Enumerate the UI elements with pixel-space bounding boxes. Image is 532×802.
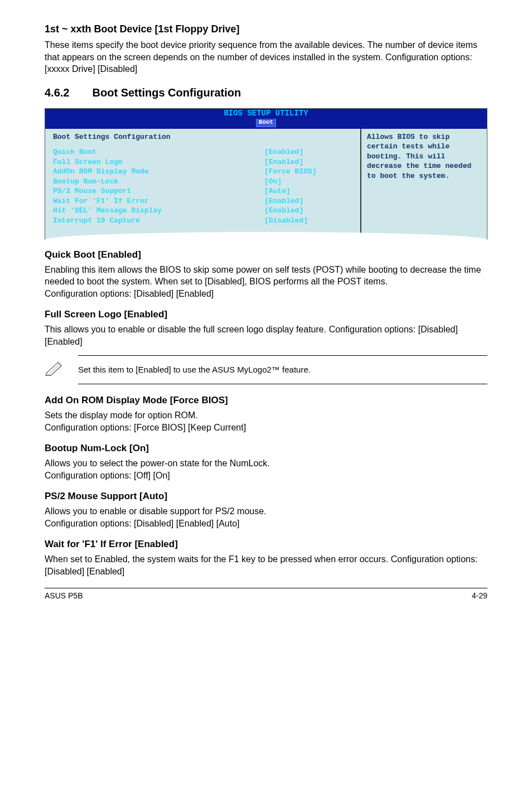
heading-ps2: PS/2 Mouse Support [Auto] [45,490,487,503]
paragraph: Configuration options: [Force BIOS] [Kee… [45,422,487,434]
pencil-icon [45,360,78,379]
bios-row-value: [Force BIOS] [264,167,354,177]
bios-row: Quick Boot[Enabled] [53,147,354,157]
paragraph: When set to Enabled, the system waits fo… [45,553,487,577]
bios-row-value: [Enabled] [264,196,354,206]
bios-row-value: [On] [264,177,354,187]
heading-quick-boot: Quick Boot [Enabled] [45,249,487,262]
bios-row-label: PS/2 Mouse Support [53,186,264,196]
bios-row-label: Hit 'DEL' Message Display [53,206,264,216]
footer-left: ASUS P5B [45,591,83,601]
bios-row-value: [Disabled] [264,216,354,226]
bios-row-value: [Enabled] [264,157,354,167]
bios-row: Hit 'DEL' Message Display[Enabled] [53,206,354,216]
bios-row-label: Full Screen Logo [53,157,264,167]
section-title: Boot Settings Configuration [93,86,241,99]
paragraph: Configuration options: [Disabled] [Enabl… [45,288,487,300]
footer-right: 4-29 [472,591,487,601]
bios-row-label: Wait For 'F1' If Error [53,196,264,206]
bios-screenshot: BIOS SETUP UTILITY Boot Boot Settings Co… [45,108,487,240]
paragraph: Allows you to enable or disable support … [45,505,487,518]
paragraph-boot-device: These items specify the boot device prio… [45,39,487,75]
bios-panel-title: Boot Settings Configuration [53,132,354,142]
bios-row: AddOn ROM Display Mode[Force BIOS] [53,167,354,177]
bios-header-title: BIOS SETUP UTILITY [45,109,487,118]
heading-boot-device: 1st ~ xxth Boot Device [1st Floppy Drive… [45,22,487,36]
bios-row: Wait For 'F1' If Error[Enabled] [53,196,354,206]
bios-row-label: Bootup Num-Lock [53,177,264,187]
bios-row-label: Interrupt 19 Capture [53,216,264,226]
bios-row-label: Quick Boot [53,147,264,157]
note-text: Set this item to [Enabled] to use the AS… [78,364,487,375]
paragraph: Enabling this item allows the BIOS to sk… [45,264,487,288]
bios-row: Full Screen Logo[Enabled] [53,157,354,167]
paragraph: Allows you to select the power-on state … [45,457,487,470]
bios-row: Bootup Num-Lock[On] [53,177,354,187]
paragraph: This allows you to enable or disable the… [45,323,487,347]
paragraph: Configuration options: [Disabled] [Enabl… [45,518,487,530]
section-heading: 4.6.2 Boot Settings Configuration [45,85,487,100]
bios-row: PS/2 Mouse Support[Auto] [53,186,354,196]
section-number: 4.6.2 [45,85,89,100]
paragraph: Sets the display mode for option ROM. [45,409,487,422]
bios-tab-boot: Boot [256,119,276,127]
bios-header: BIOS SETUP UTILITY Boot [45,109,487,129]
bios-help-panel: Allows BIOS to skip certain tests while … [361,129,487,239]
note-box: Set this item to [Enabled] to use the AS… [45,355,487,384]
heading-numlock: Bootup Num-Lock [On] [45,442,487,455]
heading-addon-rom: Add On ROM Display Mode [Force BIOS] [45,394,487,407]
bios-row: Interrupt 19 Capture[Disabled] [53,216,354,226]
bios-row-value: [Auto] [264,186,354,196]
heading-full-screen-logo: Full Screen Logo [Enabled] [45,308,487,321]
bios-row-value: [Enabled] [264,206,354,216]
paragraph: Configuration options: [Off] [On] [45,470,487,482]
heading-wait-f1: Wait for 'F1' If Error [Enabled] [45,538,487,551]
bios-row-label: AddOn ROM Display Mode [53,167,264,177]
bios-row-value: [Enabled] [264,147,354,157]
bios-left-panel: Boot Settings Configuration Quick Boot[E… [45,129,361,239]
page-footer: ASUS P5B 4-29 [45,588,487,601]
